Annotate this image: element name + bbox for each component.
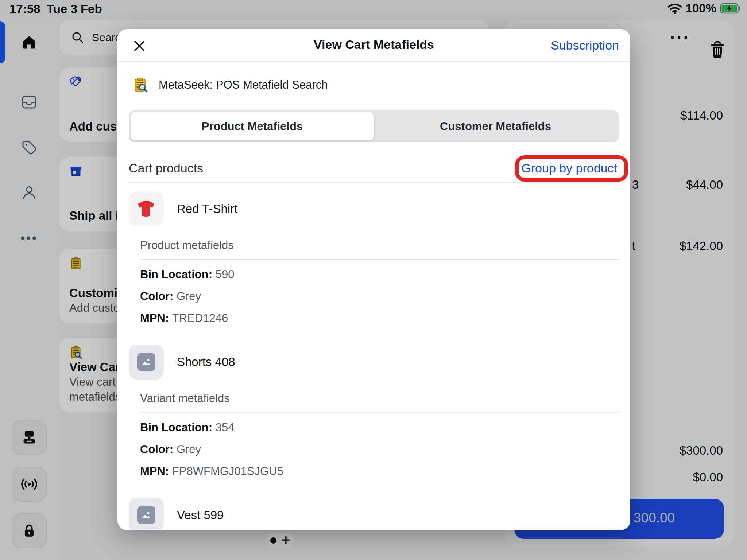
metafields-divider xyxy=(140,412,619,413)
red-annotation-box xyxy=(515,155,628,182)
app-row: MetaSeek: POS Metafield Search xyxy=(132,77,630,93)
product-row: Red T-Shirt xyxy=(129,191,619,226)
image-placeholder-icon xyxy=(137,353,155,371)
product-image-placeholder xyxy=(129,345,164,380)
metafield-label: Bin Location: xyxy=(140,268,212,281)
metafield-row: Bin Location: 354 xyxy=(140,420,619,435)
metafield-label: Bin Location: xyxy=(140,421,212,434)
metafield-label: Color: xyxy=(140,290,173,303)
subscription-link[interactable]: Subscription xyxy=(551,38,619,52)
product-image-placeholder xyxy=(129,498,164,530)
metafield-value: 590 xyxy=(212,268,234,281)
clipboard-search-icon xyxy=(132,77,148,93)
cart-product-item: Vest 599Large xyxy=(129,498,619,530)
product-name: Red T-Shirt xyxy=(177,202,237,216)
cart-product-item: Shorts 408Variant metafieldsBin Location… xyxy=(129,345,619,479)
tab-product-metafields[interactable]: Product Metafields xyxy=(131,112,374,140)
metafield-label: MPN: xyxy=(140,465,169,478)
metafield-value: Grey xyxy=(173,290,201,303)
metafield-value: FP8WFMGJ01SJGU5 xyxy=(169,465,283,478)
metafield-label: MPN: xyxy=(140,312,169,324)
header-divider xyxy=(117,61,630,62)
metafield-row: MPN: TRED1246 xyxy=(140,311,619,326)
cart-products-list: Red T-ShirtProduct metafieldsBin Locatio… xyxy=(129,183,619,530)
metafield-row: Bin Location: 590 xyxy=(140,267,619,282)
modal-header: View Cart Metafields Subscription xyxy=(117,29,630,61)
metafields-divider xyxy=(140,259,619,260)
app-name: MetaSeek: POS Metafield Search xyxy=(159,78,328,92)
product-name: Vest 599 xyxy=(177,508,224,522)
metafield-row: MPN: FP8WFMGJ01SJGU5 xyxy=(140,464,619,479)
metafield-value: TRED1246 xyxy=(169,312,228,324)
product-name: Shorts 408 xyxy=(177,355,235,369)
metafield-row: Color: Grey xyxy=(140,442,619,457)
metafields-segmented-control: Product Metafields Customer Metafields xyxy=(129,110,619,142)
metafield-row: Color: Grey xyxy=(140,289,619,304)
product-image-red-tshirt xyxy=(129,191,164,226)
cart-product-item: Red T-ShirtProduct metafieldsBin Locatio… xyxy=(129,191,619,326)
view-cart-metafields-modal: View Cart Metafields Subscription MetaSe… xyxy=(117,29,630,530)
metafield-value: Grey xyxy=(173,443,201,456)
metafield-value: 354 xyxy=(212,421,234,434)
cart-products-label: Cart products xyxy=(129,161,203,175)
metafield-label: Color: xyxy=(140,443,173,456)
product-row: Shorts 408 xyxy=(129,345,619,380)
metafields-section-header: Variant metafields xyxy=(140,392,619,405)
image-placeholder-icon xyxy=(137,506,155,524)
metafields-section-header: Product metafields xyxy=(140,239,619,252)
product-row: Vest 599 xyxy=(129,498,619,530)
tab-customer-metafields[interactable]: Customer Metafields xyxy=(374,112,617,140)
